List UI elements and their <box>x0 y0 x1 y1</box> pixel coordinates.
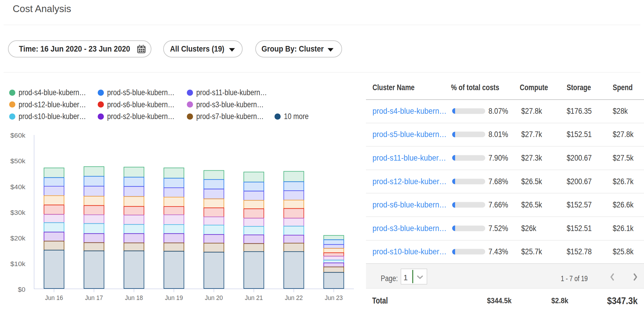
svg-text:Jun 20: Jun 20 <box>205 294 223 301</box>
svg-text:Jun 22: Jun 22 <box>285 294 303 301</box>
svg-text:Jun 16: Jun 16 <box>45 294 63 301</box>
svg-text:Jun 18: Jun 18 <box>125 294 143 301</box>
svg-text:Jun 23: Jun 23 <box>325 294 343 301</box>
svg-text:$0: $0 <box>18 286 26 293</box>
svg-text:$60k: $60k <box>10 132 26 139</box>
svg-text:Jun 19: Jun 19 <box>165 294 183 301</box>
svg-text:$50k: $50k <box>10 157 26 165</box>
svg-text:$30k: $30k <box>10 209 26 216</box>
svg-text:$40k: $40k <box>10 183 26 191</box>
svg-text:$10k: $10k <box>10 260 26 268</box>
svg-text:Jun 17: Jun 17 <box>85 294 103 301</box>
svg-text:$20k: $20k <box>10 235 26 242</box>
svg-text:Jun 21: Jun 21 <box>245 294 263 301</box>
